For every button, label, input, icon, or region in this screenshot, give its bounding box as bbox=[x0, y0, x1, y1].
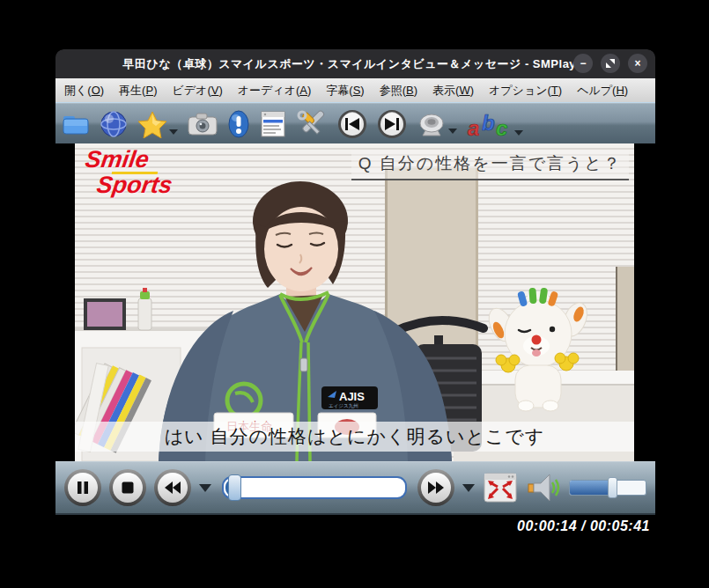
speaker-front-icon bbox=[417, 111, 447, 137]
menu-item-b[interactable]: 参照(B) bbox=[380, 83, 417, 99]
status-bar: 00:00:14 / 00:05:41 bbox=[55, 515, 655, 544]
information-button[interactable] bbox=[227, 110, 250, 138]
titlebar: 早田ひな（卓球）スマイルスポーツ・スマイルインタビュー＆メッセージ - SMPl… bbox=[55, 49, 655, 78]
abc-icon: a b c bbox=[467, 109, 513, 139]
volume-handle[interactable] bbox=[608, 477, 617, 498]
menu-item-v[interactable]: ビデオ(V) bbox=[172, 83, 222, 99]
seek-slider[interactable] bbox=[222, 476, 407, 499]
stop-button[interactable] bbox=[109, 469, 146, 506]
seek-handle[interactable] bbox=[228, 474, 241, 501]
window-title: 早田ひな（卓球）スマイルスポーツ・スマイルインタビュー＆メッセージ - SMPl… bbox=[123, 56, 588, 72]
toolbar: a b c bbox=[55, 103, 655, 143]
star-icon bbox=[137, 110, 167, 138]
smile-sports-logo: Smile Sports bbox=[80, 149, 177, 196]
time-display: 00:00:14 / 00:05:41 bbox=[517, 518, 650, 544]
next-button[interactable] bbox=[377, 109, 407, 139]
fullscreen-button[interactable] bbox=[483, 472, 518, 503]
volume-icon bbox=[528, 474, 558, 501]
favorites-dropdown-icon[interactable] bbox=[169, 129, 178, 135]
svg-text:a: a bbox=[468, 116, 479, 139]
screenshot-button[interactable] bbox=[188, 112, 218, 136]
skip-forward-icon bbox=[377, 109, 407, 139]
fast-forward-button[interactable] bbox=[417, 469, 454, 506]
subtitles-menu-button[interactable]: a b c bbox=[467, 109, 523, 139]
close-button[interactable]: × bbox=[628, 54, 647, 73]
minimize-button[interactable]: − bbox=[573, 54, 593, 73]
ajis-patch: AJIS エイジス九州 bbox=[321, 386, 378, 409]
svg-text:c: c bbox=[496, 116, 507, 139]
volume-slider[interactable] bbox=[569, 480, 646, 496]
svg-text:エイジス九州: エイジス九州 bbox=[329, 403, 358, 408]
preferences-button[interactable] bbox=[296, 109, 328, 139]
mute-button[interactable] bbox=[526, 472, 561, 503]
favorites-button[interactable] bbox=[137, 110, 178, 138]
rewind-button[interactable] bbox=[154, 469, 191, 506]
skip-back-icon bbox=[337, 109, 367, 139]
volume-fill bbox=[570, 481, 611, 495]
rewind-icon bbox=[164, 481, 181, 495]
playlist-button[interactable] bbox=[260, 110, 286, 138]
menu-item-p[interactable]: 再生(P) bbox=[119, 83, 157, 99]
fast-forward-icon bbox=[427, 481, 445, 495]
video-area: AJIS エイジス九州 日本生命 Smile Sports bbox=[55, 143, 655, 461]
menu-item-a[interactable]: オーディオ(A) bbox=[238, 83, 312, 99]
rewind-dropdown-icon[interactable] bbox=[199, 484, 211, 492]
menubar: 開く(O)再生(P)ビデオ(V)オーディオ(A)字幕(S)参照(B)表示(W)オ… bbox=[55, 78, 655, 103]
pause-button[interactable] bbox=[64, 469, 101, 506]
audio-dropdown-icon[interactable] bbox=[448, 129, 457, 134]
globe-icon bbox=[100, 110, 128, 138]
open-url-button[interactable] bbox=[100, 110, 128, 138]
restore-icon bbox=[606, 59, 615, 68]
playlist-icon bbox=[260, 110, 286, 138]
smplayer-window: 早田ひな（卓球）スマイルスポーツ・スマイルインタビュー＆メッセージ - SMPl… bbox=[55, 49, 655, 544]
svg-text:AJIS: AJIS bbox=[339, 390, 365, 403]
folder-icon bbox=[62, 111, 90, 137]
menu-item-w[interactable]: 表示(W) bbox=[432, 83, 474, 99]
video-surface[interactable]: AJIS エイジス九州 日本生命 Smile Sports bbox=[75, 143, 634, 461]
audio-menu-button[interactable] bbox=[417, 111, 457, 137]
info-icon bbox=[227, 110, 250, 138]
camera-icon bbox=[188, 112, 218, 136]
restore-button[interactable] bbox=[601, 54, 620, 73]
menu-item-o[interactable]: 開く(O) bbox=[64, 83, 104, 99]
stop-icon bbox=[121, 481, 135, 495]
tools-icon bbox=[296, 109, 328, 139]
open-file-button[interactable] bbox=[62, 111, 90, 137]
subtitles-dropdown-icon[interactable] bbox=[514, 130, 523, 136]
menu-item-s[interactable]: 字幕(S) bbox=[326, 83, 364, 99]
previous-button[interactable] bbox=[337, 109, 367, 139]
pause-icon bbox=[76, 481, 90, 495]
fast-forward-dropdown-icon[interactable] bbox=[462, 484, 475, 492]
svg-text:b: b bbox=[482, 111, 495, 135]
control-bar bbox=[55, 461, 655, 515]
subtitle-text: はい 自分の性格はとにかく明るいとこです bbox=[75, 422, 634, 452]
question-caption: Q 自分の性格を一言で言うと？ bbox=[351, 151, 629, 180]
menu-item-t[interactable]: オプション(T) bbox=[489, 83, 562, 99]
menu-item-h[interactable]: ヘルプ(H) bbox=[577, 83, 628, 99]
